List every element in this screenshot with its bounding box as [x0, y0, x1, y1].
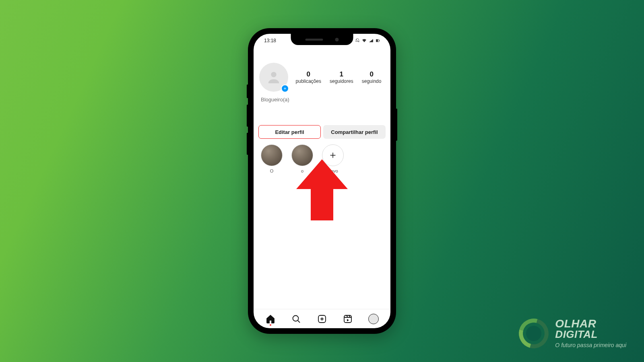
- tab-profile[interactable]: [367, 313, 380, 325]
- brand-tagline: O futuro passa primeiro aqui: [555, 342, 626, 348]
- svg-point-4: [293, 315, 299, 321]
- signal-icon: [368, 38, 374, 43]
- dnd-icon: [355, 38, 360, 43]
- highlight-item[interactable]: o: [291, 144, 314, 173]
- search-icon: [291, 314, 301, 324]
- tab-reels[interactable]: [342, 313, 354, 325]
- status-icons: [355, 38, 381, 43]
- profile-avatar-icon: [368, 314, 379, 324]
- phone-mockup: 13:18: [248, 28, 396, 334]
- highlight-thumb: [291, 144, 313, 166]
- svg-rect-2: [379, 40, 380, 41]
- status-time: 13:18: [264, 38, 276, 43]
- new-highlight-button[interactable]: Novo: [321, 144, 345, 173]
- profile-bio: Blogueiro(a): [261, 97, 386, 103]
- stat-followers[interactable]: 1 seguidores: [330, 70, 353, 84]
- wifi-icon: [361, 38, 367, 43]
- profile-stats: 0 publicações 1 seguidores 0 seguindo: [291, 70, 386, 84]
- highlight-thumb: [261, 144, 283, 166]
- brand-watermark: OLHAR DIGITAL O futuro passa primeiro aq…: [519, 319, 626, 348]
- phone-screen: 13:18: [254, 34, 390, 328]
- home-icon: [266, 314, 275, 324]
- profile-screen: 0 publicações 1 seguidores 0 seguindo: [254, 46, 390, 309]
- tab-create[interactable]: [316, 313, 328, 325]
- bottom-tab-bar: [254, 309, 390, 328]
- svg-rect-1: [376, 39, 378, 42]
- add-story-badge[interactable]: [281, 84, 289, 93]
- brand-name-line1: OLHAR: [555, 319, 626, 329]
- notification-dot-icon: [270, 324, 271, 326]
- plus-icon: [283, 86, 287, 90]
- plus-icon: [328, 151, 337, 160]
- stat-posts[interactable]: 0 publicações: [296, 70, 321, 84]
- svg-rect-6: [344, 315, 351, 323]
- battery-icon: [375, 38, 381, 43]
- share-profile-button[interactable]: Compartilhar perfil: [323, 125, 386, 139]
- edit-profile-button[interactable]: Editar perfil: [258, 125, 321, 139]
- stat-following[interactable]: 0 seguindo: [362, 70, 382, 84]
- tab-home[interactable]: [264, 313, 277, 325]
- brand-logo-icon: [514, 313, 554, 354]
- reels-icon: [343, 314, 353, 324]
- phone-notch: [291, 34, 353, 45]
- person-icon: [266, 69, 282, 85]
- tab-search[interactable]: [290, 313, 302, 325]
- tutorial-slide: 13:18: [0, 0, 644, 362]
- create-post-icon: [317, 314, 327, 324]
- svg-point-3: [271, 72, 276, 77]
- brand-name-line2: DIGITAL: [555, 329, 626, 339]
- story-highlights: O o Novo: [258, 144, 386, 173]
- highlight-item[interactable]: O: [260, 144, 283, 173]
- profile-avatar[interactable]: [259, 63, 288, 92]
